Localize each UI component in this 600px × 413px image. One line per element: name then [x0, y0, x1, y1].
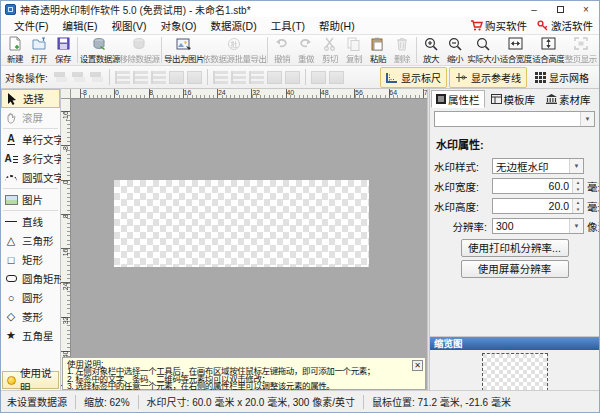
instructions-box: 使用说明: 1. 左侧对象栏中选择一个工具后，在画布区域按住鼠标左键拖动，即可添…: [62, 357, 426, 390]
menu-edit[interactable]: 编辑(E): [55, 17, 104, 34]
tool-separator: [3, 188, 58, 189]
menu-file[interactable]: 文件(F): [7, 17, 55, 34]
spinner-up-icon[interactable]: ▲: [573, 199, 583, 206]
redo-button[interactable]: 重做: [294, 35, 318, 65]
show-guides-toggle[interactable]: 显示参考线: [449, 67, 527, 88]
menu-object[interactable]: 对象(O): [153, 17, 203, 34]
fit-width-button[interactable]: 适合宽度: [499, 35, 532, 65]
width-unit: 毫米: [587, 179, 600, 194]
style-combobox[interactable]: 无边框水印 ▼: [492, 158, 584, 174]
tool-arc-text[interactable]: 圆弧文字: [1, 168, 60, 187]
tool-rect[interactable]: □ 矩形: [1, 250, 60, 269]
align-top-edge-icon[interactable]: [169, 71, 184, 84]
copy-button[interactable]: 复制: [342, 35, 366, 65]
show-grid-toggle[interactable]: 显示网格: [529, 67, 595, 88]
minimize-button[interactable]: –: [521, 1, 547, 17]
maximize-button[interactable]: [547, 1, 573, 17]
maximize-icon: [557, 6, 564, 13]
tool-circle[interactable]: ○ 圆形: [1, 288, 60, 307]
tool-multi-line-text[interactable]: A 多行文字: [1, 149, 60, 168]
menu-datasource[interactable]: 数据源(D): [204, 17, 264, 34]
show-ruler-toggle[interactable]: 显示标尺: [380, 67, 447, 88]
cut-button[interactable]: 剪切: [318, 35, 342, 65]
redo-icon: [298, 36, 313, 51]
zoom-in-icon: [424, 36, 438, 51]
merge-layer-icon[interactable]: [89, 71, 104, 84]
menu-help[interactable]: 帮助(H): [312, 17, 362, 34]
tool-line[interactable]: 直线: [1, 212, 60, 231]
actual-size-button[interactable]: 实际大小: [467, 35, 500, 65]
width-spinner[interactable]: ▲▼: [572, 179, 583, 193]
tool-picture[interactable]: 图片: [1, 190, 60, 209]
zoom-out-button[interactable]: 缩小: [443, 35, 467, 65]
spinner-down-icon[interactable]: ▼: [573, 186, 583, 193]
remove-datasource-button[interactable]: 移除数据源: [120, 35, 160, 65]
bring-to-front-icon[interactable]: [53, 71, 68, 84]
grid-icon: [535, 72, 546, 83]
paste-button[interactable]: 粘贴: [366, 35, 390, 65]
same-size-icon[interactable]: [311, 71, 326, 84]
watermark-properties-title: 水印属性:: [430, 130, 599, 156]
tool-rounded-rect[interactable]: 圆角矩形: [1, 269, 60, 288]
zoom-in-button[interactable]: 放大: [419, 35, 443, 65]
menu-view[interactable]: 视图(V): [104, 17, 153, 34]
fit-page-button[interactable]: 整页显示: [564, 35, 597, 65]
align-right-icon[interactable]: [151, 71, 166, 84]
open-button[interactable]: 打开: [27, 35, 51, 65]
undo-button[interactable]: 撤销: [270, 35, 294, 65]
tool-star[interactable]: ★ 五角星: [1, 326, 60, 345]
instructions-close-button[interactable]: ✕: [412, 360, 423, 371]
buy-software-button[interactable]: 购买软件: [470, 18, 527, 33]
width-input[interactable]: 60.0 ▲▼: [492, 178, 584, 194]
status-datasource: 未设置数据源: [7, 394, 67, 409]
distribute-horizontal-icon[interactable]: [187, 71, 202, 84]
delete-button[interactable]: 删除: [390, 35, 414, 65]
help-button[interactable]: 使用说明: [2, 371, 59, 389]
status-bar: 未设置数据源 缩放: 62% 水印尺寸: 60.0 毫米 x 20.0 毫米, …: [1, 390, 599, 412]
single-line-text-icon: A: [4, 133, 18, 146]
horizontal-ruler: -8081624324048566472: [71, 89, 427, 99]
activate-software-button[interactable]: 激活软件: [537, 18, 593, 33]
align-left-icon[interactable]: [115, 71, 130, 84]
send-to-back-icon[interactable]: [71, 71, 86, 84]
spinner-up-icon[interactable]: ▲: [573, 179, 583, 186]
circle-icon: ○: [4, 291, 18, 304]
object-operations-label: 对象操作:: [5, 70, 48, 85]
height-input[interactable]: 20.0 ▲▼: [492, 198, 584, 214]
status-watermark-size: 水印尺寸: 60.0 毫米 x 20.0 毫米, 300 像素/英寸: [147, 394, 355, 409]
watermark-canvas[interactable]: [114, 180, 369, 267]
tool-single-line-text[interactable]: A 单行文字: [1, 130, 60, 149]
equal-width-icon[interactable]: [267, 71, 282, 84]
element-selector-combobox[interactable]: ▼: [434, 111, 595, 127]
set-datasource-icon: [92, 36, 107, 51]
align-bottom-icon[interactable]: [249, 71, 264, 84]
tool-pan[interactable]: 滚屏: [1, 108, 60, 127]
spinner-down-icon[interactable]: ▼: [573, 206, 583, 213]
close-button[interactable]: ×: [573, 1, 599, 17]
distribute-vertical-icon[interactable]: [285, 71, 300, 84]
fit-height-button[interactable]: 适合高度: [532, 35, 565, 65]
canvas-viewport[interactable]: [71, 99, 427, 390]
material-tab-icon: [546, 94, 557, 104]
tab-materials[interactable]: 素材库: [541, 90, 596, 108]
same-scale-icon[interactable]: [329, 71, 344, 84]
new-button[interactable]: 新建: [3, 35, 27, 65]
align-top-icon[interactable]: [213, 71, 228, 84]
height-spinner[interactable]: ▲▼: [572, 199, 583, 213]
use-screen-dpi-button[interactable]: 使用屏幕分辨率: [461, 260, 569, 278]
tool-triangle[interactable]: △ 三角形: [1, 231, 60, 250]
tool-select[interactable]: 选择: [1, 89, 60, 108]
dpi-combobox[interactable]: 300 ▼: [492, 218, 584, 234]
set-datasource-button[interactable]: 设置数据源: [80, 35, 120, 65]
toolbar-separator: [161, 37, 162, 63]
tab-properties[interactable]: 属性栏: [431, 90, 485, 108]
tab-templates[interactable]: 模板库: [486, 90, 541, 108]
save-button[interactable]: 保存: [51, 35, 75, 65]
batch-export-button[interactable]: 批 依数据源批量导出: [204, 35, 265, 65]
align-middle-icon[interactable]: [231, 71, 246, 84]
export-image-button[interactable]: 导出为图片: [164, 35, 204, 65]
menu-tools[interactable]: 工具(T): [264, 17, 312, 34]
align-center-icon[interactable]: [133, 71, 148, 84]
tool-diamond[interactable]: ◇ 菱形: [1, 307, 60, 326]
use-printer-dpi-button[interactable]: 使用打印机分辨率...: [461, 239, 569, 257]
